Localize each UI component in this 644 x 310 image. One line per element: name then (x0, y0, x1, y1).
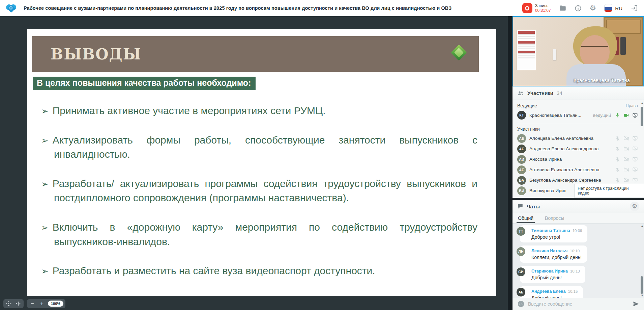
no-video-access-tooltip: Нет доступа к трансляции видео (575, 184, 644, 198)
chat-message[interactable]: СИ Старикова Ирина10:13 Добрый день! (516, 266, 641, 283)
participant-row[interactable]: АЕ Антипина Елизавета Алексеевна (513, 164, 644, 175)
mic-off-icon[interactable] (615, 167, 620, 173)
host-role-label: ведущий (593, 113, 611, 118)
mic-off-icon[interactable] (615, 146, 620, 152)
screen-share-off-icon[interactable] (632, 177, 638, 183)
leave-meeting-icon[interactable] (631, 4, 638, 12)
participant-row[interactable]: АИ Аносова Ирина (513, 154, 644, 164)
presentation-stage: ВЫВОДЫ В целях повышения качества работы… (0, 16, 513, 310)
screen-share-off-icon[interactable] (632, 167, 638, 173)
chat-message[interactable]: АЕ Андреева Елена10:15 Добрый день! (516, 286, 641, 298)
host-name: Краснопевцева Татьян... (529, 113, 590, 118)
participant-row[interactable]: АЕ Андреева Елена Александровна (513, 144, 644, 154)
avatar: КТ (517, 111, 526, 120)
message-text: Доброе утро! (531, 234, 582, 240)
mic-on-icon[interactable] (615, 112, 620, 118)
message-time: 10:09 (573, 229, 582, 233)
tab-general[interactable]: Общий (518, 213, 533, 223)
pan-tool-icon[interactable] (5, 300, 12, 307)
people-icon (517, 90, 524, 97)
zoom-in-button[interactable]: + (38, 300, 45, 307)
mic-off-icon[interactable] (615, 178, 620, 183)
bullet-arrow-icon: ➢ (41, 106, 49, 116)
message-author: Тимонина Татьяна (531, 228, 570, 233)
message-author: Старикова Ирина (531, 269, 568, 274)
speaker-video-tile[interactable]: Краснопевцева Татьяна (513, 16, 644, 86)
chat-input-bar (513, 298, 644, 310)
message-author: Андреева Елена (531, 289, 566, 294)
chat-scrollbar: ▲ ▼ (640, 224, 644, 296)
chat-message[interactable]: ЛН Левкина Наталья10:10 Коллеги, добрый … (516, 246, 641, 263)
camera-on-icon[interactable] (623, 112, 629, 118)
message-time: 10:15 (568, 289, 578, 293)
participants-header[interactable]: Участники 34 (513, 86, 644, 100)
participants-title: Участники (527, 90, 553, 96)
language-switcher[interactable]: RU (604, 4, 622, 12)
host-row[interactable]: КТ Краснопевцева Татьян... ведущий (513, 110, 644, 121)
stage-zoom-controls: − + 100% (3, 299, 65, 308)
scroll-down-icon[interactable]: ▼ (641, 294, 644, 297)
slide-bullet: ➢Актуализировать формы работы, способств… (41, 133, 477, 162)
language-code: RU (615, 5, 622, 11)
avatar: СИ (517, 267, 525, 276)
bullet-text: Разработать и разместить на сайте вуза в… (53, 265, 375, 276)
files-folder-icon[interactable] (559, 4, 566, 12)
camera-off-icon[interactable] (623, 135, 629, 141)
participant-row[interactable]: АЕ Алонцева Елена Анатольевна (513, 133, 644, 144)
hosts-section-label: Ведущие (517, 103, 537, 108)
mic-off-icon[interactable] (615, 136, 620, 141)
participant-name: Андреева Елена Александровна (529, 146, 612, 151)
slide-title-band: ВЫВОДЫ (32, 36, 479, 72)
chat-header[interactable]: Чаты ⚙ (513, 200, 644, 213)
avatar: АИ (517, 155, 526, 164)
settings-gear-icon[interactable]: ⚙ (590, 4, 596, 12)
scroll-up-icon[interactable]: ▲ (641, 101, 644, 105)
slide-title: ВЫВОДЫ (51, 46, 142, 63)
zoom-level-badge[interactable]: 100% (48, 301, 63, 307)
camera-off-icon[interactable] (623, 146, 629, 152)
screen-share-off-icon[interactable] (632, 112, 638, 118)
participant-name: Антипина Елизавета Алексеевна (529, 167, 612, 172)
avatar: АЕ (517, 145, 526, 153)
divider (517, 123, 639, 123)
participants-count: 34 (557, 90, 562, 96)
screen-share-off-icon[interactable] (632, 156, 638, 162)
chat-bubble-icon (517, 203, 523, 209)
record-icon[interactable] (522, 3, 532, 13)
chat-message[interactable]: ТТ Тимонина Татьяна10:09 Доброе утро! (516, 225, 641, 242)
bullet-arrow-icon: ➢ (41, 266, 49, 276)
message-text: Коллеги, добрый день! (531, 255, 582, 260)
info-icon[interactable] (575, 5, 582, 12)
speaker-name-overlay: Краснопевцева Татьяна (574, 77, 630, 83)
camera-off-icon[interactable] (623, 167, 629, 173)
chat-panel: Чаты ⚙ Общий Вопросы ТТ Тимонина Татьяна… (513, 200, 644, 310)
scroll-up-icon[interactable]: ▲ (641, 224, 644, 228)
participants-scrollbar: ▲ ▼ (640, 101, 644, 197)
chat-messages: ТТ Тимонина Татьяна10:09 Доброе утро! ЛН… (513, 224, 644, 298)
send-message-icon[interactable] (633, 301, 639, 307)
message-input[interactable] (528, 301, 629, 307)
chat-title: Чаты (527, 204, 540, 209)
screen-share-off-icon[interactable] (632, 146, 638, 152)
screen-share-off-icon[interactable] (632, 135, 638, 141)
meeting-title: Рабочее совещание с вузами-партнерами по… (24, 5, 451, 11)
chat-settings-button[interactable]: ⚙ (630, 202, 639, 211)
message-author: Левкина Наталья (531, 249, 567, 253)
tab-questions[interactable]: Вопросы (545, 213, 564, 223)
fit-width-icon[interactable] (15, 300, 22, 307)
recording-indicator[interactable]: Запись 00:31:07 (522, 3, 551, 13)
avatar: ВИ (517, 186, 526, 195)
message-time: 10:13 (570, 269, 580, 273)
avatar: АЕ (517, 134, 526, 143)
participants-panel: Участники 34 Ведущие Права КТ Краснопевц… (513, 86, 644, 198)
mic-off-icon[interactable] (615, 157, 620, 162)
scrollbar-thumb[interactable] (641, 107, 643, 126)
emoji-smiley-icon[interactable] (517, 300, 525, 308)
camera-off-icon[interactable] (623, 156, 629, 162)
slide-heading: В целях повышения качества работы необхо… (33, 77, 256, 90)
zoom-out-button[interactable]: − (29, 300, 36, 307)
bullet-text: Включить в «дорожную карту» мероприятия … (53, 222, 477, 247)
scrollbar-thumb[interactable] (641, 276, 643, 294)
gem-icon (451, 45, 467, 61)
camera-off-icon[interactable] (623, 177, 629, 183)
